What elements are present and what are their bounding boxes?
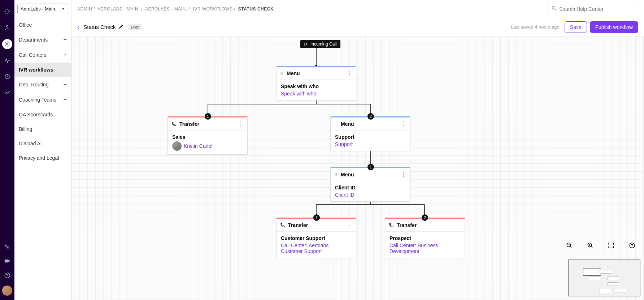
pencil-icon[interactable] (119, 24, 124, 30)
topbar: ADMIN/ AEROLABS - MAIN./ AEROLABS - MAIN… (71, 0, 644, 18)
sidebar-item-label: Privacy and Legal (19, 155, 59, 161)
more-icon[interactable]: ⋮ (455, 222, 461, 228)
breadcrumb: ADMIN/ AEROLABS - MAIN./ AEROLABS - MAIN… (77, 7, 274, 12)
node-transfer[interactable]: Transfer ⋮ Sales Kristin Carlel (167, 116, 248, 155)
workflow-canvas[interactable]: Incoming Call ⠿ Menu ⋮ Speak with who Sp… (71, 36, 644, 300)
sidebar-item-geo-routing[interactable]: Geo. Routing+ (14, 77, 71, 92)
drag-handle-icon[interactable]: ⠿ (334, 173, 338, 176)
branch-number: 1 (367, 164, 374, 170)
sidebar-item-label: QA Scorecards (19, 112, 53, 117)
sparkle-icon[interactable] (3, 7, 12, 16)
publish-button[interactable]: Publish workflow (590, 21, 638, 33)
more-icon[interactable]: ⋮ (238, 120, 244, 127)
branch-number: 1 (313, 214, 320, 221)
save-button[interactable]: Save (565, 21, 587, 33)
start-node[interactable]: Incoming Call (300, 40, 340, 48)
minimap[interactable] (568, 260, 640, 296)
zoom-in-icon[interactable] (587, 242, 593, 250)
drag-handle-icon[interactable]: ⠿ (280, 72, 284, 75)
add-icon[interactable]: + (64, 81, 67, 88)
more-icon[interactable]: ⋮ (347, 222, 352, 228)
node-type-label: Menu (287, 70, 300, 76)
node-subtitle: Speak with who (281, 91, 352, 97)
node-type-label: Transfer (288, 222, 308, 228)
last-saved-text: Last saved 4 hours ago (511, 24, 560, 30)
more-icon[interactable]: ⋮ (401, 171, 406, 178)
node-transfer[interactable]: Transfer ⋮ Customer Support Call Center:… (276, 218, 356, 258)
fit-screen-icon[interactable] (608, 242, 614, 250)
account-picker[interactable]: AeroLabs - Main. ▼ (17, 4, 68, 14)
add-icon[interactable]: + (64, 37, 67, 43)
search-input[interactable] (559, 6, 635, 12)
svg-point-0 (6, 26, 8, 27)
back-icon[interactable]: ‹ (77, 24, 79, 30)
person-icon[interactable] (3, 23, 12, 32)
node-type-label: Menu (341, 121, 354, 127)
add-icon[interactable]: + (64, 52, 67, 58)
workflow-header: ‹ Status Check Draft Last saved 4 hours … (71, 18, 644, 36)
add-icon[interactable]: + (64, 97, 67, 103)
phone-forward-icon (171, 121, 177, 127)
start-node-label: Incoming Call (310, 42, 337, 47)
sidebar-item-call-centers[interactable]: Call Centers+ (14, 47, 71, 63)
drag-handle-icon[interactable]: ⠿ (334, 122, 338, 126)
phone-forward-icon (280, 223, 285, 228)
more-icon[interactable]: ⋮ (347, 70, 352, 77)
sidebar-item-qa-scorecards[interactable]: QA Scorecards (14, 107, 71, 122)
node-title: Customer Support (281, 235, 352, 241)
trend-icon[interactable] (3, 88, 12, 97)
sidebar-item-departments[interactable]: Departments+ (14, 32, 71, 47)
global-nav (0, 0, 14, 300)
node-menu[interactable]: ⠿ Menu ⋮ Support Support (330, 116, 410, 151)
account-picker-label: AeroLabs - Main. (21, 6, 56, 12)
sidebar-item-label: Departments (19, 37, 48, 43)
page-title: Status Check (83, 24, 116, 30)
svg-rect-3 (5, 260, 8, 262)
breadcrumb-item[interactable]: AEROLABS - MAIN. (97, 7, 140, 12)
branch-number: 2 (367, 113, 374, 120)
canvas-tools (566, 242, 635, 250)
sidebar-list: Office Departments+ Call Centers+ IVR wo… (14, 18, 71, 165)
breadcrumb-item[interactable]: AEROLABS - MAIN. (145, 7, 187, 12)
sidebar-item-ivr-workflows[interactable]: IVR workflows (14, 63, 71, 77)
node-title: Prospect (390, 235, 460, 241)
sidebar: AeroLabs - Main. ▼ Office Departments+ C… (14, 0, 71, 300)
history-icon[interactable] (3, 72, 12, 81)
node-menu[interactable]: ⠿ Menu ⋮ Client ID Client ID (330, 167, 410, 202)
node-detail: Call Center: Business Development (390, 243, 460, 254)
node-menu[interactable]: ⠿ Menu ⋮ Speak with who Speak with who (276, 66, 356, 100)
sidebar-item-billing[interactable]: Billing (14, 122, 71, 136)
activity-icon[interactable] (3, 56, 12, 65)
svg-point-5 (552, 6, 555, 9)
node-assignee[interactable]: Kristin Carlel (184, 143, 212, 149)
gear-icon[interactable] (2, 39, 12, 49)
node-transfer[interactable]: Transfer ⋮ Prospect Call Center: Busines… (385, 218, 465, 258)
zoom-out-icon[interactable] (566, 242, 573, 250)
avatar[interactable] (2, 286, 12, 296)
sidebar-item-label: Dialpad Ai (19, 141, 42, 146)
branch-number: 1 (205, 113, 211, 120)
sidebar-item-label: Billing (19, 126, 32, 132)
avatar (172, 141, 182, 151)
node-title: Client ID (335, 185, 406, 190)
integrations-icon[interactable] (3, 242, 12, 251)
node-subtitle: Support (335, 141, 406, 147)
video-icon[interactable] (3, 257, 12, 265)
breadcrumb-item[interactable]: ADMIN (77, 7, 92, 12)
help-icon[interactable] (629, 242, 635, 250)
node-type-label: Transfer (397, 222, 417, 228)
search-box[interactable] (548, 3, 638, 15)
node-type-label: Transfer (179, 121, 199, 127)
sidebar-item-office[interactable]: Office (14, 18, 71, 32)
phone-forward-icon (389, 223, 394, 228)
help-icon[interactable] (3, 271, 12, 280)
status-badge: Draft (128, 24, 143, 30)
chevron-down-icon: ▼ (61, 7, 65, 11)
sidebar-item-label: Office (19, 22, 32, 28)
sidebar-item-dialpad-ai[interactable]: Dialpad Ai (14, 136, 71, 151)
sidebar-item-coaching-teams[interactable]: Coaching Teams+ (14, 92, 71, 107)
more-icon[interactable]: ⋮ (401, 120, 406, 127)
breadcrumb-item[interactable]: IVR WORKFLOWS (193, 7, 232, 12)
sidebar-item-label: Coaching Teams (19, 97, 56, 103)
sidebar-item-privacy-legal[interactable]: Privacy and Legal (14, 151, 71, 165)
